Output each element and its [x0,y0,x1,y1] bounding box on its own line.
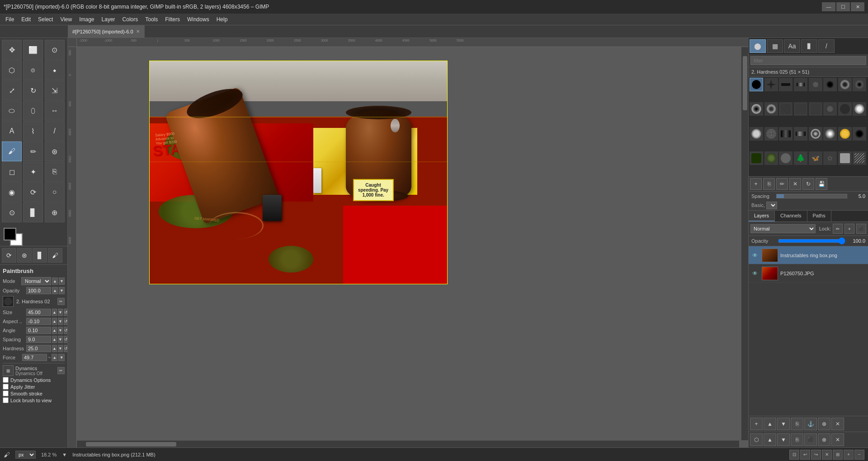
airbrush-tool[interactable]: ⊛ [45,141,65,161]
brush-cell-21[interactable] [809,127,822,141]
select-ellipse-tool[interactable]: ⊙ [45,40,65,60]
aspect-down-btn[interactable]: ▼ [58,318,63,325]
pencil-tool[interactable]: ✏ [23,141,43,161]
brush-cell-27[interactable] [779,151,793,165]
maximize-button[interactable]: ☐ [836,2,850,11]
hscroll-thumb[interactable] [86,442,176,447]
menu-file[interactable]: File [2,15,18,24]
menu-help[interactable]: Help [213,15,231,24]
brush-cell-30[interactable]: ✿ [823,151,837,165]
force-down-btn[interactable]: ▼ [58,354,65,361]
panel-btn-5[interactable]: ⬛ [804,433,817,446]
brush-cell-24[interactable] [853,127,866,141]
dodge-tool[interactable]: ○ [45,182,65,202]
hardness-input[interactable] [26,345,51,352]
size-up-btn[interactable]: ▲ [52,309,57,316]
brush-new-btn[interactable]: + [750,178,762,190]
layer-raise-btn[interactable]: ▲ [764,418,776,430]
layer-delete-btn[interactable]: ✕ [831,418,844,430]
nav-fit-btn[interactable]: ⊡ [789,450,799,460]
brush-cell-8[interactable] [853,78,866,91]
canvas-vscroll[interactable] [741,47,748,440]
measure-tool[interactable]: / [45,121,65,141]
brush-cell-18[interactable] [764,127,778,141]
angle-up-btn[interactable]: ▲ [52,327,57,334]
perspective-tool[interactable]: ⬯ [23,101,43,121]
brush-cell-31[interactable] [838,151,852,165]
smudge-tool[interactable]: ⟳ [23,182,43,202]
dynamics-edit-btn[interactable]: ✏ [57,367,65,374]
blur-tool[interactable]: ◉ [2,182,22,202]
select-rect-tool[interactable]: ⬜ [23,40,43,60]
rotate-tool[interactable]: ↻ [23,80,43,100]
lock-brush-checkbox[interactable] [3,397,9,403]
mode-select[interactable]: Normal Multiply Screen Overlay [21,277,51,285]
brush-delete-btn[interactable]: ✕ [789,178,801,190]
gradient-tool[interactable]: ▊ [23,202,43,222]
brush-refresh-btn[interactable]: ↻ [802,178,814,190]
canvas-tab[interactable]: #[P1260750] (imported)-6.0 ✕ [68,25,145,38]
layer-merge-btn[interactable]: ⊕ [818,418,830,430]
menu-colors[interactable]: Colors [119,15,142,24]
aspect-up-btn[interactable]: ▲ [52,318,57,325]
force-input[interactable] [22,354,47,361]
foreground-color[interactable] [4,228,16,240]
size-input[interactable] [26,309,51,316]
fill-tool[interactable]: ⊙ [2,202,22,222]
nav-undo-btn[interactable]: ↩ [800,450,810,460]
menu-image[interactable]: Image [75,15,98,24]
size-down-btn[interactable]: ▼ [58,309,63,316]
tab-layers[interactable]: Layers [749,211,775,221]
fonts-tab[interactable]: Aa [784,39,800,53]
brush-cell-28[interactable]: 🌲 [794,151,807,165]
layer-eye-0[interactable]: 👁 [750,251,760,260]
shear-tool[interactable]: ⬭ [2,101,22,121]
brush-cell-6[interactable] [823,78,837,91]
panel-btn-3[interactable]: ▼ [777,433,790,446]
angle-reset-btn[interactable]: ↺ [64,327,67,334]
zoom-tool[interactable]: ⊕ [45,202,65,222]
brush-cell-32[interactable] [853,151,866,165]
brush-cell-19[interactable] [779,127,793,141]
brush-cell-25[interactable] [750,151,763,165]
layer-eye-1[interactable]: 👁 [750,269,760,278]
brush-cell-20[interactable] [794,127,807,141]
scale-tool[interactable]: ⇲ [45,80,65,100]
zoom-dropdown-icon[interactable]: ▼ [62,452,67,457]
brush-cell-7[interactable] [838,78,852,91]
layer-row-0[interactable]: 👁 Instructables ring box.png [749,246,868,264]
select-by-color-tool[interactable]: ⬥ [45,60,65,80]
nav-zoom-in-btn[interactable]: + [844,450,854,460]
brush-edit-btn[interactable]: ✏ [776,178,788,190]
brush-cell-10[interactable] [764,102,778,116]
layer-duplicate-btn[interactable]: ⎘ [791,418,803,430]
panel-btn-6[interactable]: ⊕ [818,433,830,446]
paintbrush-tool[interactable]: 🖌 [2,141,22,161]
color-swatch[interactable] [2,226,66,244]
brush-cell-17[interactable] [750,127,763,141]
menu-windows[interactable]: Windows [184,15,213,24]
panel-btn-4[interactable]: ⎘ [791,433,803,446]
brush-cell-11[interactable] [779,102,793,116]
brush-cell-16[interactable] [853,102,866,116]
brush-cell-29[interactable]: 🦋 [809,151,822,165]
opacity-down-btn[interactable]: ▼ [59,287,65,294]
lock-position-btn[interactable]: + [844,224,854,234]
select-fuzzy-tool[interactable]: ⌾ [23,60,43,80]
brush-duplicate-btn[interactable]: ⎘ [763,178,775,190]
nav-zoom-out-btn[interactable]: − [854,450,864,460]
menu-select[interactable]: Select [34,15,57,24]
brush-cell-5[interactable] [809,78,822,91]
angle-down-btn[interactable]: ▼ [58,327,63,334]
brush-cell-26[interactable] [764,151,778,165]
tab-channels[interactable]: Channels [775,211,807,221]
hardness-reset-btn[interactable]: ↺ [64,345,67,352]
menu-tools[interactable]: Tools [142,15,161,24]
brush-cell-15[interactable] [838,102,852,116]
spacing-down-btn[interactable]: ▼ [58,336,63,343]
apply-jitter-checkbox[interactable] [3,384,9,390]
move-tool[interactable]: ✥ [2,40,22,60]
lock-all-btn[interactable]: ⬛ [856,224,866,234]
nav-redo-btn[interactable]: ↪ [811,450,821,460]
brush-presets-tab[interactable]: ⬤ [750,39,766,53]
